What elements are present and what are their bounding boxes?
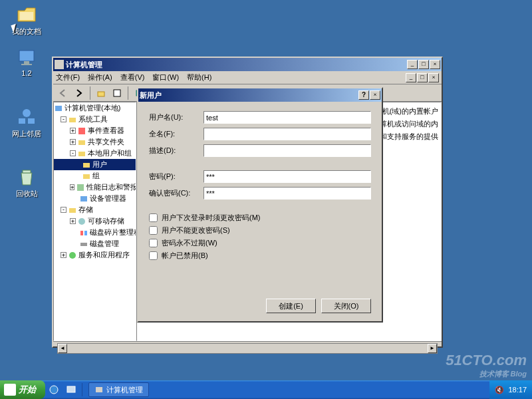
dialog-titlebar[interactable]: 新用户 ? ×	[138, 88, 382, 102]
fullname-label: 全名(F):	[149, 129, 203, 139]
create-button[interactable]: 创建(E)	[266, 299, 316, 313]
clock: 18:17	[508, 386, 527, 394]
horizontal-scrollbar[interactable]: ◄ ►	[57, 343, 438, 354]
help-button[interactable]: ?	[358, 90, 369, 100]
description-input[interactable]	[203, 144, 371, 157]
disabled-label: 帐户已禁用(B)	[162, 251, 208, 261]
svg-rect-26	[67, 386, 75, 392]
svg-point-20	[78, 218, 85, 225]
password-input[interactable]	[203, 170, 371, 183]
desktop-icon-12[interactable]: 1.2	[7, 47, 47, 77]
menubar: 文件(F) 操作(A) 查看(V) 窗口(W) 帮助(H) _ □ ×	[53, 71, 442, 84]
svg-rect-17	[77, 184, 84, 191]
svg-rect-8	[114, 90, 120, 96]
disabled-checkbox[interactable]	[149, 251, 158, 260]
properties-button[interactable]	[110, 86, 124, 100]
tree-users[interactable]: 用户	[54, 159, 136, 170]
svg-rect-16	[83, 174, 90, 179]
tree-defrag[interactable]: 磁盘碎片整理程序	[54, 227, 136, 238]
mdi-restore-button[interactable]: □	[417, 73, 428, 82]
dialog-close-button[interactable]: ×	[370, 90, 380, 100]
svg-rect-7	[98, 92, 104, 96]
mustchange-label: 用户下次登录时须更改密码(M)	[162, 213, 261, 223]
up-button[interactable]	[94, 86, 108, 100]
neverexpire-checkbox[interactable]	[149, 239, 158, 247]
tree-services[interactable]: +服务和应用程序	[54, 249, 136, 261]
tree-eventviewer[interactable]: +事件查看器	[54, 125, 136, 136]
svg-point-24	[69, 252, 76, 259]
tree-localusers[interactable]: -本地用户和组	[54, 148, 136, 159]
tree-shared[interactable]: +共享文件夹	[54, 136, 136, 148]
network-icon	[16, 106, 37, 128]
svg-rect-21	[80, 231, 83, 235]
system-tray[interactable]: 🔇 18:17	[489, 380, 532, 399]
tree-devmgr[interactable]: 设备管理器	[54, 193, 136, 204]
svg-rect-19	[69, 208, 76, 213]
tree-storage[interactable]: -存储	[54, 204, 136, 215]
svg-rect-18	[80, 196, 87, 201]
tree-systools[interactable]: -系统工具	[54, 114, 136, 125]
username-input[interactable]	[203, 111, 371, 124]
recycle-icon	[16, 166, 37, 188]
desktop-icon-network[interactable]: 网上邻居	[7, 106, 47, 139]
taskbar-task[interactable]: 计算机管理	[88, 382, 149, 397]
svg-rect-13	[78, 140, 85, 145]
maximize-button[interactable]: □	[418, 60, 429, 69]
svg-point-25	[50, 386, 58, 394]
desktop-icon-recycle[interactable]: 回收站	[7, 166, 47, 199]
tree-perf[interactable]: +性能日志和警报	[54, 182, 136, 193]
tree-groups[interactable]: 组	[54, 170, 136, 182]
desktop-icon-label: 网上邻居	[7, 129, 47, 139]
close-button[interactable]: ×	[430, 60, 440, 69]
taskbar: 开始 计算机管理 🔇 18:17	[0, 380, 532, 399]
minimize-button[interactable]: _	[407, 60, 418, 69]
svg-rect-23	[80, 243, 87, 246]
svg-rect-11	[69, 118, 76, 122]
close-button[interactable]: 关闭(O)	[321, 299, 371, 313]
svg-rect-22	[84, 231, 87, 235]
svg-rect-14	[78, 152, 85, 156]
statusbar: ◄ ►	[53, 341, 442, 354]
tree-root[interactable]: 计算机管理(本地)	[54, 102, 136, 114]
folder-icon	[16, 4, 37, 25]
desktop-icon-label: 1.2	[7, 69, 47, 77]
tree-diskmgmt[interactable]: 磁盘管理	[54, 238, 136, 249]
forward-button[interactable]	[72, 86, 86, 100]
cannotchange-checkbox[interactable]	[149, 226, 158, 235]
dialog-title: 新用户	[140, 90, 358, 100]
menu-action[interactable]: 操作(A)	[88, 72, 112, 82]
confirm-input[interactable]	[203, 187, 371, 200]
menu-file[interactable]: 文件(F)	[56, 72, 80, 82]
new-user-dialog: 新用户 ? × 用户名(U): 全名(F): 描述(D): 密码(P): 确认密…	[137, 87, 383, 323]
confirm-label: 确认密码(C):	[149, 188, 203, 198]
svg-point-3	[23, 109, 31, 117]
mdi-minimize-button[interactable]: _	[406, 73, 416, 82]
fullname-input[interactable]	[203, 128, 371, 140]
watermark: 51CTO.com 技术博客 Blog	[446, 352, 527, 379]
mustchange-checkbox[interactable]	[149, 213, 158, 222]
menu-help[interactable]: 帮助(H)	[187, 72, 211, 82]
start-button[interactable]: 开始	[0, 380, 45, 399]
quicklaunch-ie[interactable]	[47, 382, 61, 397]
window-title: 计算机管理	[66, 60, 407, 70]
menu-window[interactable]: 窗口(W)	[152, 72, 179, 82]
svg-rect-6	[23, 170, 31, 173]
svg-rect-5	[28, 118, 35, 124]
tray-icon[interactable]: 🔇	[495, 386, 504, 394]
svg-rect-4	[19, 118, 25, 124]
svg-rect-2	[21, 64, 32, 65]
back-button[interactable]	[56, 86, 70, 100]
app-icon	[55, 60, 64, 69]
quicklaunch-desktop[interactable]	[64, 382, 78, 397]
svg-rect-12	[78, 128, 85, 134]
titlebar[interactable]: 计算机管理 _ □ ×	[53, 58, 442, 71]
svg-rect-1	[24, 61, 29, 64]
cannotchange-label: 用户不能更改密码(S)	[162, 225, 230, 235]
svg-rect-15	[83, 163, 90, 168]
tree-pane[interactable]: 计算机管理(本地) -系统工具 +事件查看器 +共享文件夹 -本地用户和组 用户…	[53, 102, 136, 341]
menu-view[interactable]: 查看(V)	[120, 72, 145, 82]
password-label: 密码(P):	[149, 172, 203, 182]
mdi-close-button[interactable]: ×	[428, 73, 439, 82]
computer-icon	[16, 47, 37, 68]
tree-removable[interactable]: +可移动存储	[54, 215, 136, 227]
